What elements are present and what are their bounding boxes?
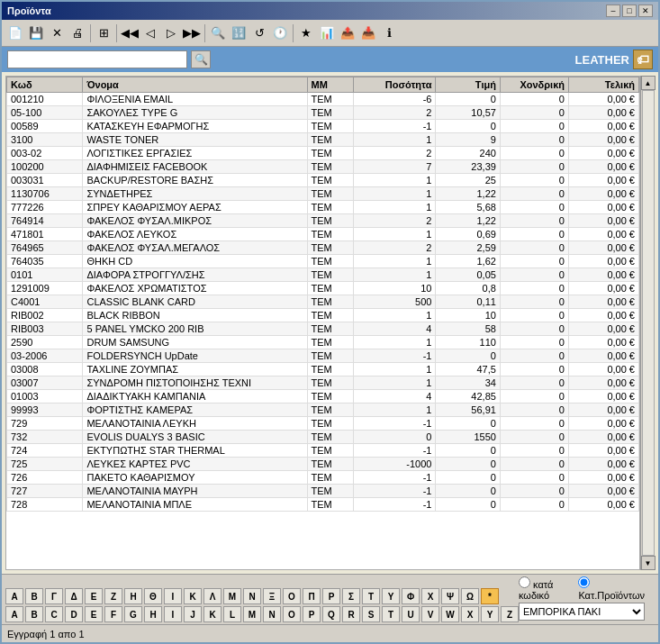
forward-button[interactable]: ▷	[161, 23, 181, 43]
table-row[interactable]: 764965ΦΑΚΕΛΟΣ ΦΥΣΑΛ.ΜΕΓΑΛΟΣTEM22,5900,00…	[7, 241, 639, 255]
alpha-btn-Δ[interactable]: Δ	[65, 588, 83, 604]
header-total[interactable]: Τελική	[568, 77, 638, 93]
alpha-btn-Β[interactable]: Β	[25, 588, 43, 604]
scroll-track[interactable]	[642, 90, 655, 556]
alpha-btn-Υ[interactable]: Υ	[382, 588, 400, 604]
table-row[interactable]: 01003ΔΙΑΔΙΚΤΥΑΚΗ ΚΑΜΠΑΝΙΑTEM442,8500,00 …	[7, 390, 639, 404]
table-row[interactable]: 99993ΦΟΡΤΙΣΤΗΣ ΚΑΜΕΡΑΣTEM156,9100,00 €	[7, 404, 639, 417]
alpha-btn-U[interactable]: U	[402, 606, 420, 622]
alpha-btn-Χ[interactable]: Χ	[421, 588, 439, 604]
search-button[interactable]: 🔍	[208, 23, 228, 43]
alpha-btn-Q[interactable]: Q	[322, 606, 340, 622]
table-row[interactable]: C4001CLASSIC BLANK CARDTEM5000,1100,00 €	[7, 295, 639, 309]
scroll-down-button[interactable]: ▼	[641, 556, 655, 570]
table-row[interactable]: 728ΜΕΛΑΝΟΤΑΙΝΙΑ ΜΠΛΕTEM-1000,00 €	[7, 498, 639, 512]
table-row[interactable]: 732EVOLIS DUALYS 3 BASICTEM0155000,00 €	[7, 431, 639, 444]
alpha-btn-Σ[interactable]: Σ	[342, 588, 360, 604]
chart-button[interactable]: 📊	[317, 23, 337, 43]
radio-by-category[interactable]	[578, 576, 590, 588]
import-button[interactable]: 📥	[358, 23, 378, 43]
products-table-container[interactable]: Κωδ Όνομα ΜΜ Ποσότητα Τιμή Χονδρική Τελι…	[5, 76, 640, 570]
alpha-btn-G[interactable]: G	[124, 606, 142, 622]
forward2-button[interactable]: ▶▶	[182, 23, 202, 43]
table-row[interactable]: 1130706ΣΥΝΔΕΤΗΡΕΣTEM11,2200,00 €	[7, 187, 639, 201]
header-mm[interactable]: ΜΜ	[307, 77, 354, 93]
table-row[interactable]: 100200ΔΙΑΦΗΜΙΣΕΙΣ FACEBOOKTEM723,3900,00…	[7, 160, 639, 174]
alpha-btn-J[interactable]: J	[184, 606, 202, 622]
alpha-btn-Ξ[interactable]: Ξ	[263, 588, 281, 604]
save-button[interactable]: 💾	[26, 23, 46, 43]
category-dropdown[interactable]: ΕΜΠΟΡΙΚΑ ΠΑΚΙ	[519, 603, 645, 621]
header-price[interactable]: Τιμή	[436, 77, 500, 93]
alpha-btn-Ν[interactable]: Ν	[243, 588, 261, 604]
search-go-button[interactable]: 🔍	[191, 50, 211, 68]
alpha-btn-S[interactable]: S	[362, 606, 380, 622]
table-row[interactable]: 471801ΦΑΚΕΛΟΣ ΛΕΥΚΟΣTEM10,6900,00 €	[7, 228, 639, 241]
header-name[interactable]: Όνομα	[83, 77, 307, 93]
table-row[interactable]: 2590DRUM SAMSUNGTEM111000,00 €	[7, 336, 639, 349]
table-row[interactable]: 777226ΣΠΡΕΥ ΚΑΘΑΡΙΣΜΟΥ ΑΕΡΑΣTEM15,6800,0…	[7, 201, 639, 214]
alpha-btn-I[interactable]: I	[164, 606, 182, 622]
table-row[interactable]: 03008TAXLINE ΖΟΥΜΠΑΣTEM147,500,00 €	[7, 363, 639, 376]
alpha-btn-Θ[interactable]: Θ	[144, 588, 162, 604]
table-row[interactable]: 727ΜΕΛΑΝΟΤΑΙΝΙΑ ΜΑΥΡΗTEM-1000,00 €	[7, 485, 639, 498]
radio-label1[interactable]: κατά κωδικό	[519, 576, 573, 601]
calc-button[interactable]: 🔢	[229, 23, 249, 43]
print-button[interactable]: 🖨	[68, 23, 87, 43]
table-row[interactable]: RIB0035 PANEL YMCKO 200 RIBTEM45800,00 €	[7, 322, 639, 336]
alpha-btn-X[interactable]: X	[461, 606, 479, 622]
alpha-btn-K[interactable]: K	[203, 606, 222, 622]
alpha-btn-*[interactable]: *	[481, 588, 499, 604]
delete-button[interactable]: ✕	[47, 23, 67, 43]
alpha-btn-T[interactable]: T	[382, 606, 400, 622]
table-row[interactable]: 764914ΦΑΚΕΛΟΣ ΦΥΣΑΛ.ΜΙΚΡΟΣTEM21,2200,00 …	[7, 214, 639, 228]
close-button[interactable]: ✕	[638, 5, 653, 17]
alpha-btn-D[interactable]: D	[65, 606, 83, 622]
table-row[interactable]: 00589ΚΑΤΑΣΚΕΥΗ ΕΦΑΡΜΟΓΗΣTEM-1000,00 €	[7, 120, 639, 133]
new-button[interactable]: 📄	[5, 23, 25, 43]
table-row[interactable]: 1291009ΦΑΚΕΛΟΣ ΧΡΩΜΑΤΙΣΤΟΣTEM100,800,00 …	[7, 282, 639, 295]
alpha-btn-Η[interactable]: Η	[124, 588, 142, 604]
table-row[interactable]: 001210ΦΙΛΟΞΕΝΙΑ EMAILTEM-6000,00 €	[7, 93, 639, 106]
table-row[interactable]: 0101ΔΙΑΦΟΡΑ ΣΤΡΟΓΓΥΛ/ΣΗΣTEM10,0500,00 €	[7, 268, 639, 282]
table-row[interactable]: 05-100ΣΑΚΟΥΛΕΣ TYPE GTEM210,5700,00 €	[7, 106, 639, 120]
back2-button[interactable]: ◀◀	[120, 23, 140, 43]
alpha-btn-N[interactable]: N	[263, 606, 281, 622]
alpha-btn-C[interactable]: C	[45, 606, 63, 622]
alpha-btn-Ι[interactable]: Ι	[164, 588, 182, 604]
alpha-btn-H[interactable]: H	[144, 606, 162, 622]
table-row[interactable]: 03-2006FOLDERSYNCH UpDateTEM-1000,00 €	[7, 349, 639, 363]
radio-label2[interactable]: Κατ.Προϊόντων	[578, 576, 645, 601]
scrollbar[interactable]: ▲ ▼	[640, 76, 655, 570]
alpha-btn-Ψ[interactable]: Ψ	[441, 588, 459, 604]
table-row[interactable]: 724ΕΚΤΥΠΩΤΗΣ STAR THERMALTEM-1000,00 €	[7, 444, 639, 458]
alpha-btn-R[interactable]: R	[342, 606, 360, 622]
alpha-btn-Τ[interactable]: Τ	[362, 588, 380, 604]
info-button[interactable]: ℹ	[379, 23, 399, 43]
alpha-btn-Ω[interactable]: Ω	[461, 588, 479, 604]
back-button[interactable]: ◁	[140, 23, 160, 43]
table-row[interactable]: 03007ΣΥΝΔΡΟΜΗ ΠΙΣΤΟΠΟΙΗΣΗΣ ΤΕΧΝΙTEM13400…	[7, 376, 639, 390]
table-row[interactable]: 003-02ΛΟΓΙΣΤΙΚΕΣ ΕΡΓΑΣΙΕΣTEM224000,00 €	[7, 147, 639, 160]
alpha-btn-E[interactable]: E	[85, 606, 103, 622]
alpha-btn-Ρ[interactable]: Ρ	[322, 588, 340, 604]
maximize-button[interactable]: □	[622, 5, 637, 17]
export-button[interactable]: 📤	[338, 23, 357, 43]
table-row[interactable]: 764035ΘΗΚΗ CDTEM11,6200,00 €	[7, 255, 639, 268]
table-row[interactable]: RIB002BLACK RIBBONTEM11000,00 €	[7, 309, 639, 322]
alpha-btn-W[interactable]: W	[441, 606, 459, 622]
radio-by-code[interactable]	[519, 576, 530, 588]
alpha-btn-Y[interactable]: Y	[481, 606, 499, 622]
alpha-btn-O[interactable]: O	[283, 606, 301, 622]
alpha-btn-Φ[interactable]: Φ	[402, 588, 420, 604]
alpha-btn-P[interactable]: P	[303, 606, 321, 622]
grid-button[interactable]: ⊞	[94, 23, 113, 43]
alpha-btn-Γ[interactable]: Γ	[45, 588, 63, 604]
alpha-btn-F[interactable]: F	[104, 606, 122, 622]
table-row[interactable]: 726ΠΑΚΕΤΟ ΚΑΘΑΡΙΣΜΟΥTEM-1000,00 €	[7, 471, 639, 485]
alpha-btn-L[interactable]: L	[223, 606, 241, 622]
alpha-btn-Α[interactable]: Α	[5, 588, 23, 604]
header-code[interactable]: Κωδ	[7, 77, 83, 93]
clock-button[interactable]: 🕐	[270, 23, 290, 43]
search-input[interactable]	[7, 50, 187, 68]
